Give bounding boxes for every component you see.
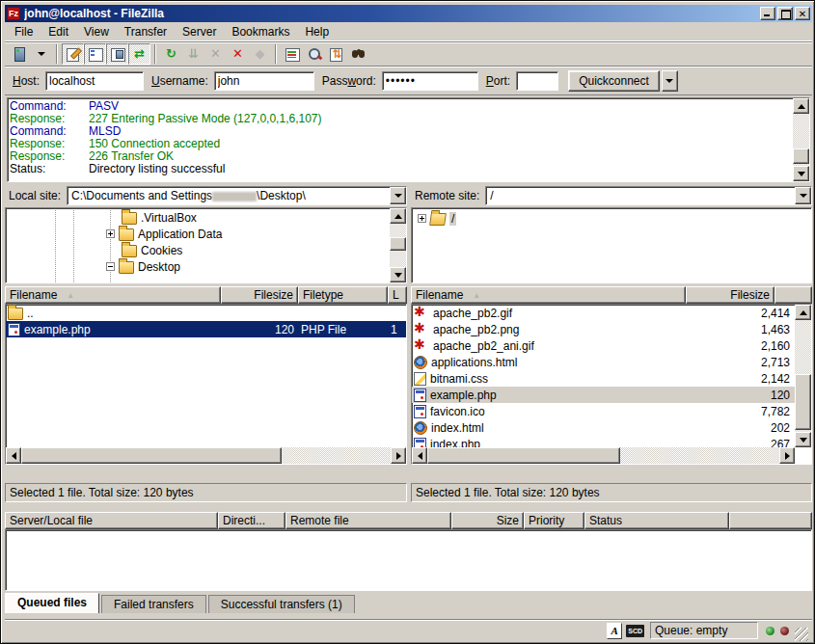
tree-item[interactable]: / [412,210,811,227]
file-row[interactable]: apache_pb2.png1,463 [412,321,795,337]
message-log-lines: Command:PASV Response:227 Entering Passi… [10,100,791,175]
file-row[interactable]: index.html202 [412,419,795,436]
image-file-icon [414,307,429,319]
column-header-filetype[interactable]: Filetype [298,286,388,304]
reconnect-button[interactable]: ◆ [249,43,271,65]
menu-help[interactable]: Help [297,23,337,40]
synchronized-browsing-button[interactable] [325,43,347,65]
transfer-type-indicator[interactable]: A [607,623,622,639]
resize-grip[interactable] [795,628,808,641]
disconnect-button[interactable]: ✕ [227,43,249,65]
file-row-selected[interactable]: example.php120 [412,387,795,403]
remote-tree[interactable]: / [411,207,812,283]
queue-list[interactable] [5,529,812,591]
column-header-priority[interactable]: Priority [524,512,584,529]
local-file-list[interactable]: .. example.php 120 PHP File 1 [5,304,407,465]
html-file-icon [414,421,427,435]
username-input[interactable] [214,71,314,91]
tree-item[interactable]: Desktop [6,258,389,275]
menu-bookmarks[interactable]: Bookmarks [224,23,297,40]
column-header-direction[interactable]: Directi... [218,512,285,529]
column-header-filename[interactable]: Filename▲ [411,286,686,304]
collapse-icon[interactable] [106,262,115,271]
file-row[interactable]: applications.html2,713 [412,354,795,370]
toggle-local-tree-button[interactable] [84,43,106,65]
message-log-icon [66,46,81,62]
folder-icon [119,228,134,241]
process-queue-button[interactable]: ⇊ [182,43,204,65]
remote-status-text: Selected 1 file. Total size: 120 bytes [411,483,812,502]
log-line: Response:227 Entering Passive Mode (127,… [10,113,791,125]
remote-site-combo[interactable]: / [485,186,812,205]
username-label: Username: [151,74,208,88]
toggle-remote-tree-button[interactable] [106,43,128,65]
column-header-filesize[interactable]: Filesize [221,286,298,304]
receive-activity-led [766,627,774,635]
css-file-icon [414,372,426,386]
speed-limits-badge-icon[interactable]: SCD [626,625,644,637]
password-input[interactable] [382,71,478,91]
site-manager-dropdown-button[interactable] [30,43,52,65]
file-row[interactable]: .. [6,305,406,321]
local-tree-vertical-scrollbar[interactable] [390,208,406,282]
remote-horizontal-scrollbar[interactable] [412,447,795,464]
host-input[interactable] [45,71,144,91]
column-header-size[interactable]: Size [451,512,524,529]
file-row[interactable]: apache_pb2.gif2,414 [412,305,795,321]
column-header-server-local-file[interactable]: Server/Local file [5,512,218,529]
tree-item[interactable]: .VirtualBox [6,209,389,226]
toggle-message-log-button[interactable] [62,43,84,65]
directory-comparison-button[interactable] [303,43,325,65]
port-input[interactable] [516,71,558,91]
local-tree[interactable]: .VirtualBox Application Data Cookies Des… [5,207,407,283]
remote-tree-icon [110,46,125,62]
tab-failed-transfers[interactable]: Failed transfers [101,595,206,613]
tree-item[interactable]: Cookies [6,242,389,258]
remote-site-row: Remote site: / [411,186,812,205]
close-button[interactable] [795,7,810,20]
port-label: Port: [486,74,510,88]
file-row-selected[interactable]: example.php 120 PHP File 1 [6,321,406,337]
menu-server[interactable]: Server [175,23,224,40]
cancel-operation-button[interactable]: ✕ [204,43,227,65]
remote-file-list[interactable]: apache_pb2.gif2,414 apache_pb2.png1,463 … [411,304,812,465]
menu-transfer[interactable]: Transfer [117,23,175,40]
expand-icon[interactable] [106,229,115,238]
file-row[interactable]: apache_pb2_ani.gif2,160 [412,337,795,354]
column-header-filesize[interactable]: Filesize [686,286,774,304]
message-log[interactable]: Command:PASV Response:227 Entering Passi… [7,97,810,182]
local-site-dropdown[interactable] [390,187,406,204]
column-header-filename[interactable]: Filename▲ [5,286,221,304]
local-site-combo[interactable]: C:\Documents and Settings\Desktop\ [67,186,407,205]
menu-file[interactable]: File [7,23,41,40]
host-label: Host: [13,74,40,88]
title-bar[interactable]: Fz john@localhost - FileZilla [5,5,812,22]
minimize-button[interactable] [760,7,775,20]
filter-button[interactable] [281,43,303,65]
file-row[interactable]: favicon.ico7,782 [412,403,795,419]
menu-edit[interactable]: Edit [41,23,76,40]
local-status-text: Selected 1 file. Total size: 120 bytes [5,483,407,502]
quickconnect-dropdown-button[interactable] [662,70,678,92]
maximize-button[interactable] [777,7,793,20]
menu-view[interactable]: View [76,23,117,40]
toggle-transfer-queue-button[interactable]: ⇄ [128,43,150,65]
tree-item[interactable]: Application Data [6,226,389,242]
remote-site-dropdown[interactable] [795,187,811,204]
site-manager-button[interactable] [8,43,30,65]
column-header-lastmodified[interactable]: L [388,286,407,304]
synchronized-browsing-icon [329,46,344,62]
tab-queued-files[interactable]: Queued files [5,593,99,613]
column-header-remote-file[interactable]: Remote file [285,512,451,529]
refresh-button[interactable]: ↻ [160,43,182,65]
local-horizontal-scrollbar[interactable] [6,447,406,464]
chevron-down-icon [666,79,673,83]
remote-vertical-scrollbar[interactable] [795,305,811,447]
quickconnect-button[interactable]: Quickconnect [568,70,660,92]
expand-icon[interactable] [418,214,426,223]
column-header-status[interactable]: Status [584,512,729,529]
tab-successful-transfers[interactable]: Successful transfers (1) [208,595,355,613]
find-files-button[interactable] [347,43,369,65]
file-row[interactable]: bitnami.css2,142 [412,370,795,387]
log-vertical-scrollbar[interactable] [793,98,809,181]
